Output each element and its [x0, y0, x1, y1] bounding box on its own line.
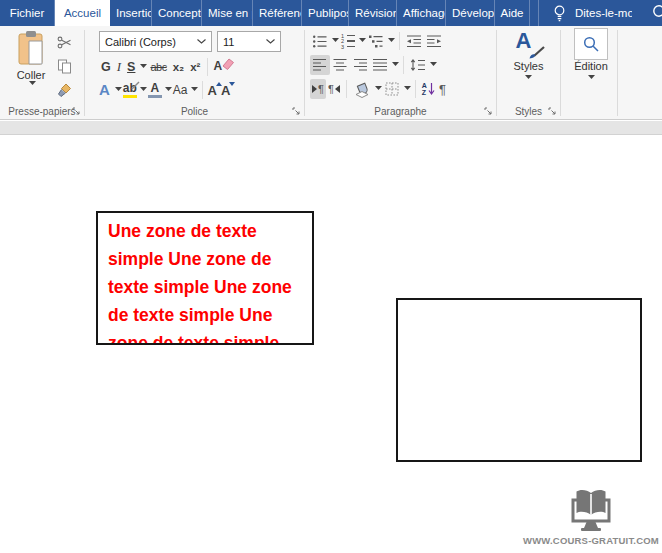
decrease-indent-button[interactable]: [404, 31, 424, 51]
tab-references[interactable]: Références: [253, 0, 302, 26]
font-color-letter: A: [151, 82, 160, 94]
down-triangle-icon: [229, 82, 235, 86]
increase-indent-button[interactable]: [424, 31, 444, 51]
tab-conception[interactable]: Conception: [152, 0, 202, 26]
pilcrow-glyph: ¶: [328, 83, 334, 95]
group-editing: Édition: [561, 26, 617, 119]
styles-button-label: Styles: [514, 60, 544, 72]
font-name-combobox[interactable]: Calibri (Corps): [99, 31, 212, 52]
chevron-down-icon[interactable]: [375, 86, 382, 90]
increase-indent-icon: [426, 34, 442, 49]
site-url-text: WWW.COURS-GRATUIT.COM: [520, 535, 662, 546]
search-icon[interactable]: [651, 3, 662, 23]
align-right-button[interactable]: [350, 55, 370, 75]
document-page[interactable]: Une zone de texte simple Une zone de tex…: [0, 134, 662, 553]
shrink-font-button[interactable]: A: [220, 83, 233, 98]
multilevel-list-icon: [368, 34, 384, 49]
empty-text-box-shape[interactable]: [396, 298, 642, 462]
button-separator: [207, 58, 208, 76]
book-monitor-icon: [568, 487, 614, 533]
bold-button[interactable]: G: [98, 59, 114, 75]
chevron-down-icon: [29, 81, 36, 85]
highlight-color-button[interactable]: ab: [122, 82, 138, 99]
chevron-down-icon[interactable]: [191, 87, 198, 91]
dialog-launcher-icon[interactable]: [72, 107, 81, 116]
clipboard-group-label: Presse-papiers: [8, 106, 75, 117]
right-to-left-button[interactable]: ¶: [326, 79, 342, 99]
justify-button[interactable]: [370, 55, 390, 75]
chevron-down-icon[interactable]: [404, 86, 411, 90]
show-formatting-marks-button[interactable]: ¶: [437, 79, 448, 99]
align-center-button[interactable]: [330, 55, 350, 75]
text-box-shape[interactable]: Une zone de texte simple Une zone de tex…: [96, 211, 314, 345]
subscript-button[interactable]: x₂: [170, 60, 188, 74]
button-separator: [415, 80, 416, 98]
underline-button[interactable]: S: [124, 59, 138, 75]
dialog-launcher-icon[interactable]: [484, 107, 493, 116]
grow-font-button[interactable]: A: [207, 83, 220, 98]
tab-aide[interactable]: Aide: [495, 0, 530, 26]
word-window: Fichier Accueil Insertion Conception Mis…: [0, 0, 662, 553]
pen-icon: [131, 81, 140, 90]
borders-button[interactable]: [382, 79, 402, 99]
clipboard-small-buttons: [52, 32, 78, 100]
dialog-launcher-icon[interactable]: [548, 107, 557, 116]
copy-button[interactable]: [52, 56, 76, 76]
font-color-button[interactable]: A: [147, 82, 163, 99]
down-arrow-icon: [428, 82, 435, 96]
styles-button[interactable]: A Styles: [497, 28, 560, 79]
chevron-down-icon[interactable]: [140, 87, 147, 91]
tab-affichage[interactable]: Affichage: [397, 0, 446, 26]
numbered-list-button[interactable]: 1 2 3: [339, 31, 357, 51]
left-to-right-button[interactable]: ¶: [310, 79, 326, 99]
sort-button[interactable]: AZ: [420, 79, 437, 99]
paint-bucket-icon: [353, 81, 371, 98]
editing-icon-box: [574, 28, 608, 60]
paste-button[interactable]: Coller: [8, 30, 54, 102]
align-center-icon: [332, 58, 348, 72]
chevron-down-icon[interactable]: [430, 62, 437, 66]
chevron-down-icon[interactable]: [392, 62, 399, 66]
tab-revision[interactable]: Révision: [349, 0, 397, 26]
tab-developpeur[interactable]: Développeur: [446, 0, 495, 26]
chevron-down-icon[interactable]: [332, 38, 339, 42]
text-effects-button[interactable]: A: [96, 82, 113, 98]
dialog-launcher-icon[interactable]: [292, 107, 301, 116]
chevron-down-icon: [197, 39, 206, 44]
shading-button[interactable]: [351, 79, 373, 99]
right-triangle-icon: [312, 85, 317, 93]
align-left-button[interactable]: [310, 55, 330, 75]
format-painter-button[interactable]: [52, 80, 76, 100]
site-logo: WWW.COURS-GRATUIT.COM: [520, 487, 662, 546]
tab-mise-en-page[interactable]: Mise en page: [202, 0, 253, 26]
editing-button[interactable]: Édition: [571, 28, 611, 79]
ribbon-home: Coller: [0, 26, 662, 120]
chevron-down-icon[interactable]: [165, 87, 172, 91]
line-spacing-button[interactable]: [408, 55, 428, 75]
tab-publipostage[interactable]: Publipostage: [302, 0, 349, 26]
scissors-icon: [57, 35, 72, 50]
multilevel-list-button[interactable]: [366, 31, 386, 51]
font-color-swatch: [148, 95, 162, 99]
superscript-button[interactable]: x²: [187, 60, 203, 74]
chevron-down-icon[interactable]: [359, 38, 366, 42]
numbered-list-icon: 1 2 3: [341, 34, 355, 49]
group-clipboard: Coller: [0, 26, 84, 119]
cut-button[interactable]: [52, 32, 76, 52]
clear-formatting-button[interactable]: A: [212, 57, 234, 77]
tab-insertion[interactable]: Insertion: [110, 0, 152, 26]
chevron-down-icon[interactable]: [140, 64, 147, 68]
strikethrough-button[interactable]: abc: [147, 60, 169, 74]
bullet-list-button[interactable]: [310, 31, 330, 51]
decrease-indent-icon: [406, 34, 422, 49]
italic-button[interactable]: I: [114, 58, 124, 76]
tab-fichier[interactable]: Fichier: [0, 0, 55, 26]
chevron-down-icon[interactable]: [388, 38, 395, 42]
chevron-down-icon[interactable]: [115, 87, 122, 91]
change-case-button[interactable]: Aa: [172, 83, 189, 97]
group-paragraph: 1 2 3: [305, 26, 496, 119]
sort-letters: AZ: [422, 82, 427, 96]
font-size-combobox[interactable]: 11: [217, 31, 281, 52]
tab-accueil[interactable]: Accueil: [55, 0, 110, 26]
tell-me-box[interactable]: Dites-le-moi: [538, 0, 632, 26]
